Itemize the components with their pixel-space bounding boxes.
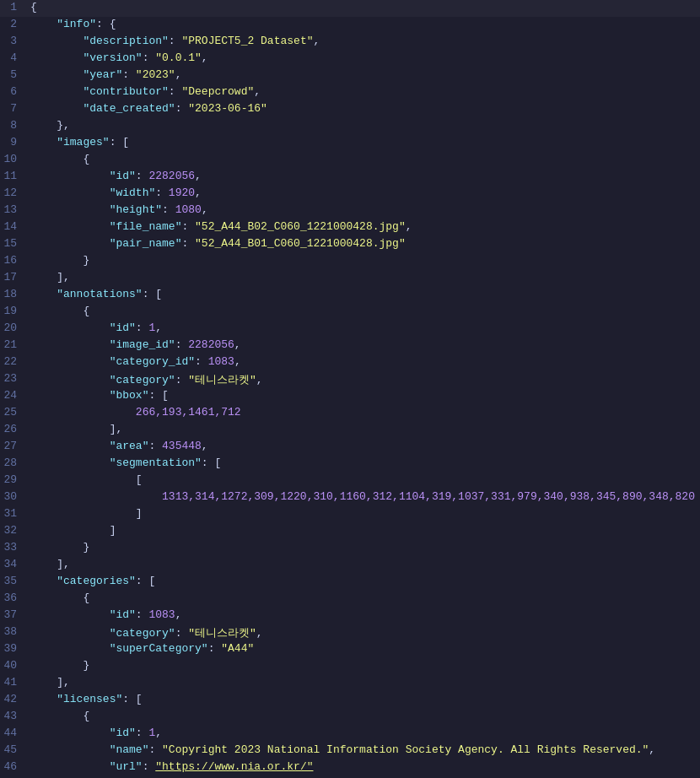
code-line: 45 "name": "Copyright 2023 National Info… [0, 743, 700, 759]
line-content: "images": [ [30, 136, 700, 149]
line-content: 266,193,1461,712 [30, 406, 700, 419]
line-number: 17 [0, 271, 30, 284]
line-number: 25 [0, 406, 30, 419]
key-token: "id" [110, 170, 136, 182]
punct-token: : [181, 237, 195, 250]
key-token: "annotations" [57, 288, 142, 300]
brace-token: ], [57, 676, 70, 689]
line-content: "segmentation": [ [30, 457, 700, 469]
line-number: 4 [0, 51, 30, 64]
line-number: 32 [0, 524, 30, 537]
code-line: 23 "category": "테니스라켓", [0, 371, 700, 388]
line-content: "id": 2282056, [30, 170, 700, 182]
str-val-token: "2023-06-16" [188, 102, 267, 115]
key-token: "name" [110, 743, 149, 756]
line-number: 5 [0, 68, 30, 81]
punct-token: : [169, 85, 182, 98]
code-line: 20 "id": 1, [0, 321, 700, 338]
punct-token: , [202, 440, 208, 452]
code-line: 37 "id": 1083, [0, 608, 700, 624]
line-number: 9 [0, 136, 30, 149]
line-content: "category": "테니스라켓", [30, 625, 700, 640]
punct-token: , [234, 355, 241, 368]
punct-token: , [202, 51, 208, 64]
key-token: "contributor" [83, 85, 168, 98]
line-content: "description": "PROJECT5_2 Dataset", [30, 35, 700, 47]
str-val-token: "52_A44_B02_C060_1221000428.jpg" [195, 220, 406, 233]
line-number: 34 [0, 558, 30, 570]
punct-token: : [143, 760, 156, 773]
line-content: "licenses": [ [30, 693, 700, 705]
code-line: 14 "file_name": "52_A44_B02_C060_1221000… [0, 219, 700, 236]
num-val-token: 1313,314,1272,309,1220,310,1160,312,1104… [162, 490, 695, 503]
line-content: "annotations": [ [30, 288, 700, 300]
line-number: 41 [0, 676, 30, 689]
key-token: "category_id" [110, 355, 195, 368]
punct-token: : [155, 186, 169, 199]
brace-token: { [83, 710, 89, 722]
key-token: "image_id" [110, 338, 175, 351]
str-val-token: "Copyright 2023 National Information Soc… [162, 743, 649, 756]
line-content: { [30, 305, 700, 317]
brace-token: ] [110, 524, 116, 537]
punct-token: : [ [148, 389, 168, 402]
line-number: 2 [0, 18, 30, 30]
num-val-token: 266,193,1461,712 [136, 406, 241, 419]
code-line: 42 "licenses": [ [0, 692, 700, 709]
punct-token: , [202, 203, 208, 216]
key-token: "description" [83, 35, 168, 47]
key-token: "url" [110, 760, 143, 773]
punct-token: , [256, 374, 263, 386]
line-content: "pair_name": "52_A44_B01_C060_1221000428… [30, 237, 700, 250]
code-line: 3 "description": "PROJECT5_2 Dataset", [0, 34, 700, 51]
code-line: 29 [ [0, 473, 700, 489]
line-number: 46 [0, 760, 30, 773]
line-number: 23 [0, 372, 30, 385]
num-val-token: 1080 [175, 203, 202, 216]
punct-token: , [406, 220, 412, 233]
line-content: } [30, 659, 700, 672]
str-val-token: "0.0.1" [155, 51, 202, 64]
line-number: 27 [0, 440, 30, 452]
line-number: 29 [0, 473, 30, 486]
key-token: "date_created" [83, 102, 175, 115]
line-number: 43 [0, 710, 30, 722]
code-line: 17 ], [0, 270, 700, 287]
code-line: 9 "images": [ [0, 135, 700, 152]
brace-token: } [83, 541, 89, 554]
punct-token: , [155, 727, 162, 739]
code-line: 40 } [0, 658, 700, 675]
punct-token: : [122, 68, 136, 81]
key-token: "category" [110, 374, 175, 386]
line-number: 11 [0, 170, 30, 182]
line-number: 21 [0, 338, 30, 351]
brace-token: { [30, 1, 37, 14]
line-content: ], [30, 271, 700, 284]
line-number: 3 [0, 35, 30, 47]
code-line: 7 "date_created": "2023-06-16" [0, 101, 700, 118]
key-token: "superCategory" [110, 642, 208, 655]
line-content: } [30, 541, 700, 554]
code-line: 8 }, [0, 118, 700, 135]
line-number: 18 [0, 288, 30, 300]
code-line: 21 "image_id": 2282056, [0, 338, 700, 354]
punct-token: , [195, 186, 202, 199]
brace-token: ], [57, 271, 70, 284]
line-number: 6 [0, 85, 30, 98]
line-number: 30 [0, 490, 30, 503]
line-number: 28 [0, 457, 30, 469]
code-line: 19 { [0, 304, 700, 321]
punct-token: : [ [202, 457, 221, 469]
line-number: 24 [0, 389, 30, 402]
line-number: 10 [0, 153, 30, 165]
code-line: 18 "annotations": [ [0, 287, 700, 304]
key-token: "segmentation" [110, 457, 202, 469]
num-val-token: 2282056 [148, 170, 195, 182]
line-content: "height": 1080, [30, 203, 700, 216]
punct-token: : [136, 727, 149, 739]
line-number: 39 [0, 642, 30, 655]
str-val-token: "테니스라켓" [188, 627, 256, 640]
punct-token: : [169, 35, 182, 47]
line-content: { [30, 710, 700, 722]
punct-token: : [175, 627, 189, 640]
